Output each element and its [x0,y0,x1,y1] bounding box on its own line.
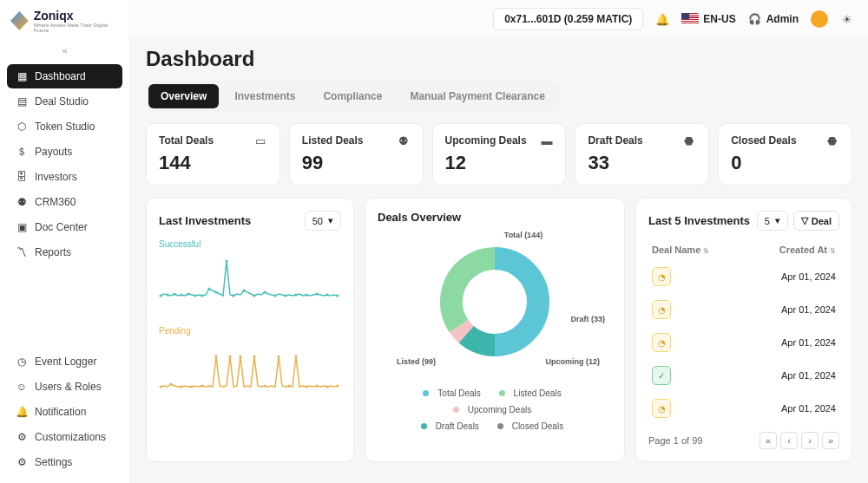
wallet-address[interactable]: 0x71...601D (0.259 MATIC) [493,8,643,30]
sidebar: Zoniqx Where Assets Meet Their Digital F… [0,0,130,483]
sort-icon[interactable]: ⇅ [703,247,709,255]
status-badge: ◔ [652,267,671,286]
table-row[interactable]: ◔Apr 01, 2024 [648,260,839,293]
nav-users-roles[interactable]: ☺Users & Roles [7,375,122,399]
sparkline-successful [159,252,341,313]
grid-icon: ▦ [16,70,28,82]
svg-point-10 [233,295,235,297]
stat-total-deals: Total Deals144▭ [146,123,280,186]
pager-next-button[interactable]: › [801,432,819,449]
cube-icon: ⬣ [684,134,698,148]
filter-icon: ▽ [801,215,808,226]
nav-reports[interactable]: 〽Reports [7,240,122,264]
svg-point-8 [215,291,218,294]
table-header: Deal Name⇅ Created At⇅ [648,239,839,260]
deals-overview-title: Deals Overview [378,211,612,224]
last-investments-limit-select[interactable]: 50▾ [305,211,341,231]
chevron-down-icon: ▾ [328,215,333,226]
series-pending-label: Pending [159,326,341,336]
nav-payouts[interactable]: ＄Payouts [7,140,122,164]
admin-menu[interactable]: 🎧Admin [748,12,799,26]
svg-point-35 [316,385,319,388]
nav-event-logger[interactable]: ◷Event Logger [7,349,122,374]
brand-tagline: Where Assets Meet Their Digital Future [34,23,119,33]
series-successful-label: Successful [159,239,341,249]
deal-filter-button[interactable]: ▽Deal [793,211,839,231]
nav-investors[interactable]: 🗄Investors [7,165,122,189]
nav-dashboard[interactable]: ▦Dashboard [7,64,122,88]
nav-deal-studio[interactable]: ▤Deal Studio [7,89,122,114]
status-badge: ✓ [652,366,671,385]
pager-prev-button[interactable]: ‹ [780,432,798,449]
status-badge: ◔ [652,333,671,352]
tab-overview[interactable]: Overview [148,84,219,108]
svg-point-15 [285,295,287,297]
svg-point-6 [201,295,204,297]
sparkline-pending [159,339,341,400]
svg-point-0 [160,295,162,297]
status-badge: ◔ [652,300,671,319]
last5-limit-select[interactable]: 5▾ [757,211,788,231]
deals-overview-card: Deals Overview Total (144) Draft (33) [365,198,625,462]
svg-point-26 [215,356,218,358]
cash-icon: ＄ [16,146,28,158]
donut-chart: Total (144) Draft (33) Upcoming (12) Lis… [378,224,612,380]
label-listed: Listed (99) [397,357,436,366]
bell-icon: 🔔 [16,406,28,418]
user-icon: ☺ [16,381,28,393]
sort-icon[interactable]: ⇅ [830,247,836,255]
svg-point-13 [264,291,266,294]
svg-point-18 [316,293,319,296]
label-draft: Draft (33) [570,315,605,323]
nav-settings[interactable]: ⚙Settings [7,450,122,474]
pagination: Page 1 of 99 « ‹ › » [648,432,839,449]
table-row[interactable]: ✓Apr 01, 2024 [648,359,839,392]
svg-point-25 [201,385,204,388]
table-row[interactable]: ◔Apr 01, 2024 [648,326,839,359]
tab-investments[interactable]: Investments [222,84,307,108]
svg-point-19 [326,294,329,297]
tab-manual-payment[interactable]: Manual Payment Clearance [398,84,556,108]
notification-bell-icon[interactable]: 🔔 [655,12,669,26]
pager-last-button[interactable]: » [822,432,839,449]
donut-legend: Total Deals Listed Deals Upcoming Deals … [378,385,612,434]
nav-token-studio[interactable]: ⬡Token Studio [7,114,122,139]
id-card-icon: ▭ [255,134,269,148]
label-upcoming: Upcoming (12) [545,357,600,366]
svg-point-17 [306,294,308,297]
table-row[interactable]: ◔Apr 01, 2024 [648,293,839,326]
nav-notification[interactable]: 🔔Notification [7,400,122,424]
svg-point-2 [174,293,176,296]
stats-row: Total Deals144▭ Listed Deals99⚉ Upcoming… [146,123,852,186]
svg-point-20 [337,295,339,297]
stat-listed-deals: Listed Deals99⚉ [289,123,424,186]
nav-crm360[interactable]: ⚉CRM360 [7,190,122,214]
svg-point-24 [191,386,194,388]
nav-bottom: ◷Event Logger ☺Users & Roles 🔔Notificati… [0,349,129,474]
svg-point-21 [160,386,162,388]
locale-selector[interactable]: EN-US [681,13,735,25]
avatar[interactable] [811,10,828,28]
people-icon: ⚉ [16,196,28,208]
document-icon: ▣ [16,221,28,233]
logo[interactable]: Zoniqx Where Assets Meet Their Digital F… [0,9,129,42]
svg-point-31 [278,356,280,358]
nav-customizations[interactable]: ⚙Customizations [7,425,122,449]
svg-point-28 [240,356,242,358]
tab-compliance[interactable]: Compliance [311,84,394,108]
nav-doc-center[interactable]: ▣Doc Center [7,215,122,239]
brand-name: Zoniqx [34,9,119,23]
collapse-button[interactable]: « [0,42,129,64]
svg-point-11 [243,290,246,292]
people-icon: ⚉ [398,134,412,148]
pager-first-button[interactable]: « [760,432,777,449]
svg-point-9 [226,260,228,263]
last-investments-card: Last Investments 50▾ Successful Pending [146,198,354,462]
table-row[interactable]: ◔Apr 01, 2024 [648,392,839,425]
theme-toggle-icon[interactable]: ☀ [840,12,854,26]
chart-icon: 〽 [16,246,28,258]
last-investments-title: Last Investments [159,214,251,227]
chevron-down-icon: ▾ [775,215,780,226]
nav-main: ▦Dashboard ▤Deal Studio ⬡Token Studio ＄P… [0,64,129,264]
svg-point-27 [229,356,232,358]
